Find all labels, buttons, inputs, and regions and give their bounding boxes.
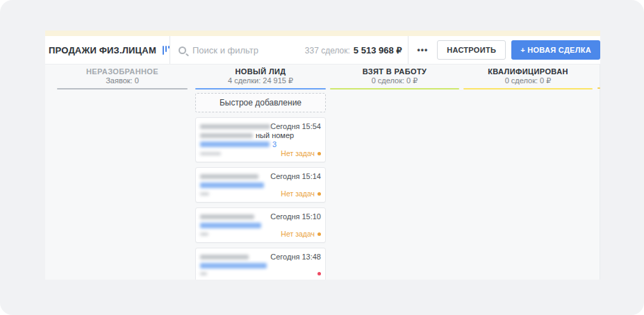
card-link[interactable]: 3 [272,140,276,148]
deals-count-label: 337 сделок: [305,46,350,56]
column-name: ВЗЯТ В РАБОТУ [330,67,459,76]
redacted-text [200,214,254,219]
redacted-text [200,174,258,179]
redacted-link [200,223,261,228]
deal-card[interactable]: Сегодня 15:14 Нет задач [195,167,326,203]
pipeline-header: ПРОДАЖИ ФИЗ.ЛИЦАМ Поиск и фильтр 337 сде… [45,36,600,65]
redacted-link [200,182,264,188]
column-header: ВЗЯТ В РАБОТУ 0 сделок: 0 ₽ [330,65,459,90]
column-summary: 0 сделок: 0 ₽ [330,76,459,85]
redacted-text [200,152,221,155]
column-in-progress: ВЗЯТ В РАБОТУ 0 сделок: 0 ₽ [330,65,459,90]
column-unsorted: НЕРАЗОБРАННОЕ Заявок: 0 [57,65,188,90]
column-underline [195,88,326,90]
deals-summary: 337 сделок: 5 513 968 ₽ [305,45,408,56]
overdue-dot [317,272,321,275]
search-icon [179,46,186,54]
redacted-text [200,133,253,138]
deal-card[interactable]: Сегодня 15:10 Нет задач [195,207,326,243]
task-status[interactable]: Нет задач [281,189,321,198]
column-underline [57,88,188,90]
column-summary: 0 сделок: 0 ₽ [463,76,593,85]
more-options-button[interactable]: ••• [408,45,438,55]
task-status[interactable] [315,272,321,275]
column-summary: Заявок: 0 [57,76,188,85]
next-column-underline [597,87,600,89]
redacted-text [200,124,270,129]
column-underline [463,88,593,90]
column-underline [330,88,459,90]
task-status[interactable]: Нет задач [281,230,321,238]
card-note: ный номер [256,131,294,139]
card-timestamp: Сегодня 15:10 [270,212,321,221]
redacted-text [200,192,209,196]
kanban-board: НЕРАЗОБРАННОЕ Заявок: 0 НОВЫЙ ЛИД 4 сдел… [45,65,600,280]
column-header: НОВЫЙ ЛИД 4 сделки: 24 915 ₽ [195,65,326,90]
quick-add-button[interactable]: Быстрое добавление [195,93,326,112]
deals-total-value: 5 513 968 ₽ [354,45,402,56]
column-summary: 4 сделки: 24 915 ₽ [195,76,326,85]
app-window: ПРОДАЖИ ФИЗ.ЛИЦАМ Поиск и фильтр 337 сде… [0,0,644,315]
column-name: НЕРАЗОБРАННОЕ [57,67,188,76]
card-timestamp: Сегодня 15:14 [270,172,321,180]
task-status-dot [317,232,321,236]
search-input[interactable]: Поиск и фильтр [170,36,305,64]
column-qualified: КВАЛИФИЦИРОВАН 0 сделок: 0 ₽ [463,65,593,90]
funnel-icon[interactable] [163,46,170,55]
redacted-text [200,272,207,275]
column-name: КВАЛИФИЦИРОВАН [463,67,593,76]
card-timestamp: Сегодня 15:54 [270,122,321,130]
configure-button[interactable]: НАСТРОИТЬ [437,40,506,60]
pipeline-title-group: ПРОДАЖИ ФИЗ.ЛИЦАМ [45,36,170,64]
redacted-link [200,142,270,147]
column-name: НОВЫЙ ЛИД [195,67,326,76]
new-deal-button[interactable]: + НОВАЯ СДЕЛКА [511,40,600,60]
task-status-dot [317,192,321,196]
column-header: НЕРАЗОБРАННОЕ Заявок: 0 [57,65,188,90]
column-new-lead: НОВЫЙ ЛИД 4 сделки: 24 915 ₽ Быстрое доб… [195,65,326,280]
task-status[interactable]: Нет задач [281,149,321,158]
card-timestamp: Сегодня 13:48 [270,253,321,261]
column-header: КВАЛИФИЦИРОВАН 0 сделок: 0 ₽ [463,65,593,90]
search-placeholder: Поиск и фильтр [192,45,258,56]
notification-strip [45,31,600,36]
redacted-text [200,232,208,236]
task-status-dot [317,152,321,155]
crm-pipeline-page: ПРОДАЖИ ФИЗ.ЛИЦАМ Поиск и фильтр 337 сде… [45,31,600,280]
pipeline-title[interactable]: ПРОДАЖИ ФИЗ.ЛИЦАМ [49,45,156,56]
redacted-link [200,263,267,269]
deal-card[interactable]: Сегодня 13:48 [195,248,326,280]
deal-card[interactable]: Сегодня 15:54 ный номер 3 Нет задач [195,117,326,162]
redacted-text [200,255,249,259]
